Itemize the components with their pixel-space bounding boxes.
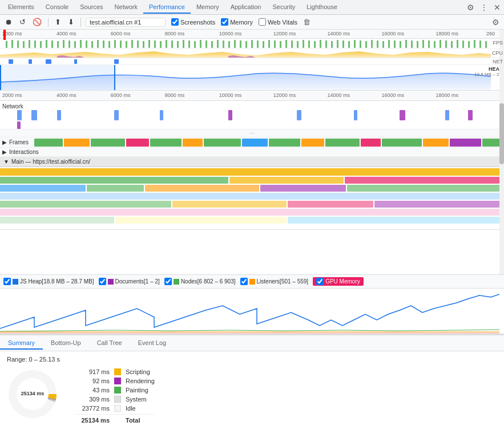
web-vitals-input[interactable] — [259, 18, 266, 26]
svg-rect-21 — [126, 41, 127, 48]
tab-lighthouse[interactable]: Lighthouse — [301, 1, 343, 14]
svg-rect-137 — [115, 217, 287, 224]
svg-rect-13 — [80, 40, 82, 48]
svg-rect-91 — [0, 65, 1, 91]
svg-rect-66 — [382, 41, 384, 48]
bottom-content: Range: 0 – 25.13 s 251 — [0, 351, 504, 430]
svg-rect-79 — [457, 40, 458, 48]
svg-rect-26 — [154, 40, 156, 48]
gpu-memory-checkbox[interactable]: GPU Memory — [313, 277, 364, 286]
donut-center-value: 25134 ms — [21, 391, 45, 396]
network-section: Network — [0, 101, 504, 129]
timeline-scroll-thumb[interactable] — [499, 103, 504, 164]
dots-icon: ··· — [249, 130, 254, 136]
web-vitals-checkbox[interactable]: Web Vitals — [259, 18, 297, 26]
fps-label: FPS — [493, 40, 503, 46]
svg-rect-121 — [0, 168, 499, 176]
separator-2 — [80, 18, 81, 27]
summary-row-idle: 23772 ms Idle — [75, 405, 155, 412]
svg-rect-71 — [411, 40, 413, 48]
download-button[interactable]: ⬇ — [66, 17, 76, 27]
svg-rect-1 — [11, 40, 13, 48]
total-spacer — [114, 417, 121, 424]
svg-rect-38 — [223, 40, 224, 48]
tick2-4000: 4000 ms — [57, 92, 76, 98]
screenshots-input[interactable] — [171, 18, 179, 26]
svg-rect-45 — [263, 41, 264, 48]
svg-rect-132 — [172, 201, 287, 208]
main-section-header[interactable]: ▼ Main — https://test.aiofficial.cn/ — [0, 157, 504, 167]
tick2-16000: 16000 ms — [382, 92, 405, 98]
trash-icon[interactable]: 🗑 — [303, 18, 311, 26]
tab-sources[interactable]: Sources — [74, 1, 108, 14]
tab-security[interactable]: Security — [267, 1, 301, 14]
memory-checkbox[interactable]: Memory — [221, 18, 253, 26]
documents-checkbox[interactable]: Documents[1 – 2] — [99, 278, 160, 285]
svg-rect-57 — [331, 41, 333, 48]
upload-button[interactable]: ⬆ — [53, 17, 63, 27]
settings-icon[interactable]: ⚙ — [466, 2, 475, 13]
tab-memory[interactable]: Memory — [191, 1, 225, 14]
memory-input[interactable] — [221, 18, 228, 26]
svg-rect-115 — [325, 139, 360, 147]
gpu-memory-input[interactable] — [316, 278, 324, 285]
painting-color — [114, 387, 121, 394]
url-display: test.aiofficial.cn #1 — [86, 18, 166, 27]
svg-rect-120 — [482, 139, 499, 147]
svg-rect-67 — [388, 40, 390, 48]
js-heap-input[interactable] — [3, 278, 11, 285]
frames-arrow: ▶ — [2, 139, 7, 145]
tab-event-log[interactable]: Event Log — [130, 337, 175, 350]
svg-rect-68 — [394, 40, 396, 48]
clear-button[interactable]: 🚫 — [31, 17, 43, 27]
panel-settings-icon[interactable]: ⚙ — [491, 17, 501, 28]
svg-rect-31 — [183, 40, 184, 48]
collapse-dots[interactable]: ··· — [0, 129, 504, 137]
svg-rect-133 — [288, 201, 373, 208]
svg-rect-134 — [374, 201, 499, 208]
total-ms: 25134 ms — [75, 417, 110, 424]
timeline-scrollbar[interactable] — [499, 30, 504, 274]
documents-input[interactable] — [99, 278, 106, 285]
system-label: System — [126, 396, 147, 403]
scripting-color — [114, 368, 121, 375]
tab-bottom-up[interactable]: Bottom-Up — [43, 337, 89, 350]
separator-1 — [48, 18, 49, 27]
svg-rect-114 — [301, 139, 324, 147]
svg-rect-64 — [371, 40, 373, 48]
listeners-checkbox[interactable]: Listeners[501 – 559] — [240, 278, 309, 285]
svg-rect-17 — [103, 40, 104, 48]
close-icon[interactable]: ✕ — [493, 2, 502, 13]
tab-network[interactable]: Network — [109, 1, 143, 14]
flame-chart[interactable] — [0, 167, 504, 230]
heap-value: 18.8 MB – 2... — [474, 72, 503, 77]
bottom-panel: Summary Bottom-Up Call Tree Event Log Ra… — [0, 334, 504, 430]
summary-table: 917 ms Scripting 92 ms Rendering 43 ms P… — [75, 368, 155, 426]
svg-rect-65 — [377, 40, 378, 48]
screenshots-checkbox[interactable]: Screenshots — [171, 18, 215, 26]
tab-application[interactable]: Application — [225, 1, 267, 14]
tab-elements[interactable]: Elements — [2, 1, 40, 14]
tab-call-tree[interactable]: Call Tree — [89, 337, 130, 350]
svg-rect-135 — [0, 209, 499, 216]
svg-rect-33 — [194, 41, 196, 48]
tab-performance[interactable]: Performance — [143, 1, 191, 14]
js-heap-checkbox[interactable]: JS Heap[18.8 MB – 28.7 MB] — [3, 278, 94, 285]
tab-summary[interactable]: Summary — [0, 337, 43, 350]
idle-label: Idle — [126, 405, 136, 412]
reload-record-button[interactable]: ↺ — [18, 17, 27, 27]
listeners-input[interactable] — [240, 278, 248, 285]
nodes-checkbox[interactable]: Nodes[6 802 – 6 903] — [164, 278, 236, 285]
tab-console[interactable]: Console — [40, 1, 74, 14]
svg-rect-109 — [150, 139, 182, 147]
svg-rect-35 — [205, 40, 207, 48]
interactions-row[interactable]: ▶ Interactions — [0, 148, 504, 157]
frames-row[interactable]: ▶ Frames — [0, 137, 504, 148]
svg-rect-42 — [245, 41, 247, 48]
heap-section: HEAP 18.8 MB – 2... — [0, 65, 504, 91]
more-icon[interactable]: ⋮ — [479, 2, 489, 13]
svg-rect-102 — [400, 110, 405, 120]
svg-rect-9 — [57, 41, 59, 48]
record-button[interactable]: ⏺ — [3, 17, 14, 27]
nodes-input[interactable] — [164, 278, 172, 285]
